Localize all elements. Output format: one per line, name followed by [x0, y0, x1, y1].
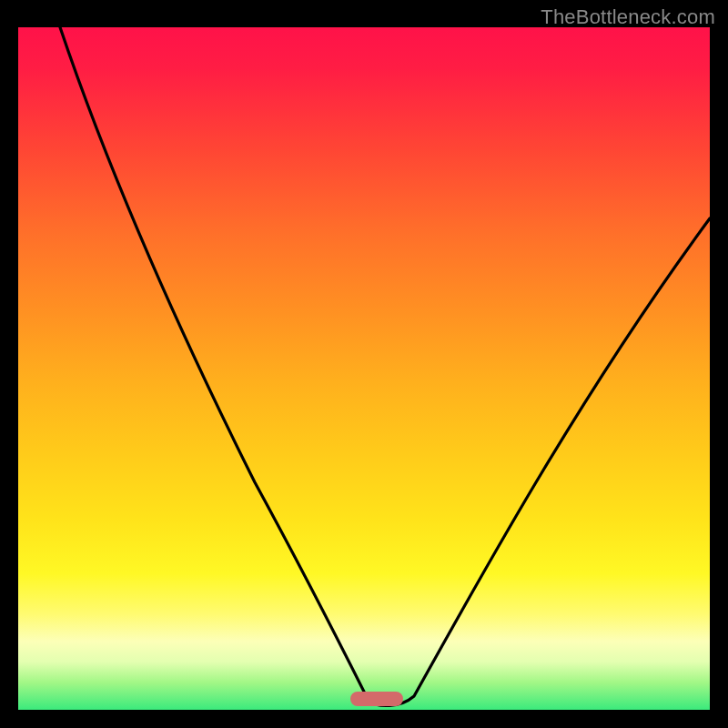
watermark-text: TheBottleneck.com: [541, 5, 715, 29]
chart-frame: TheBottleneck.com: [0, 0, 728, 728]
bottleneck-curve-path: [60, 27, 710, 705]
bottleneck-curve: [18, 27, 710, 710]
plot-area: [18, 27, 710, 710]
optimal-zone-marker: [350, 692, 403, 706]
